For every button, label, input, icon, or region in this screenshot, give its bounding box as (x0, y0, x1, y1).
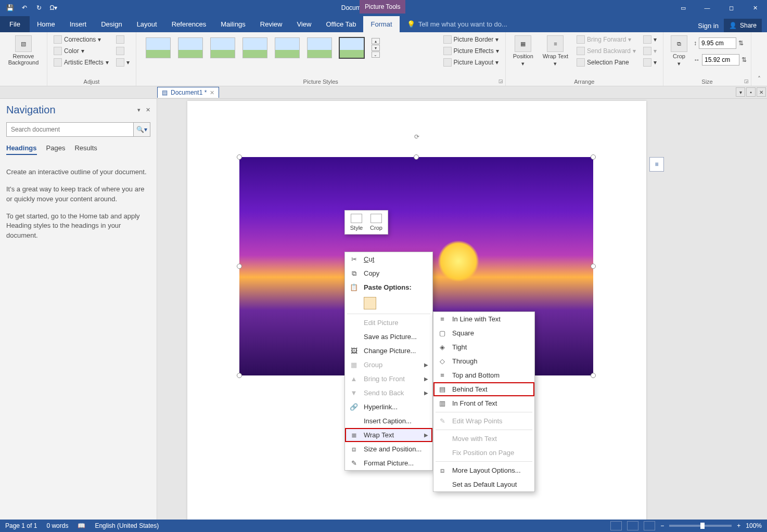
nav-dropdown-icon[interactable]: ▾ (137, 107, 140, 113)
search-button[interactable]: 🔍 ▾ (134, 122, 150, 137)
gallery-scroll-up-icon[interactable]: ▴ (372, 38, 380, 44)
redo-icon[interactable]: ↻ (33, 2, 45, 14)
style-thumb-1[interactable] (146, 37, 171, 58)
close-icon[interactable]: ✕ (743, 0, 767, 16)
subtab-headings[interactable]: Headings (6, 144, 37, 155)
spinner-icon[interactable]: ⇅ (742, 56, 747, 63)
word-count[interactable]: 0 words (46, 522, 68, 529)
tab-references[interactable]: References (164, 16, 213, 32)
tab-office-tab[interactable]: Office Tab (318, 16, 363, 32)
width-field[interactable] (702, 54, 739, 66)
width-input[interactable]: ↔⇅ (694, 54, 747, 66)
save-icon[interactable]: 💾 (4, 2, 16, 14)
tab-close-icon[interactable]: ✕ (757, 87, 766, 97)
zoom-level[interactable]: 100% (746, 522, 762, 529)
tab-options-icon[interactable]: ▪ (746, 87, 756, 97)
bring-forward-button[interactable]: Bring Forward ▾ (574, 34, 638, 45)
tab-design[interactable]: Design (94, 16, 129, 32)
align-button[interactable]: ▾ (641, 34, 659, 45)
customize-icon[interactable]: Ω▾ (48, 2, 59, 14)
close-tab-icon[interactable]: ✕ (210, 89, 214, 96)
style-thumb-2[interactable] (178, 37, 203, 58)
ctx-copy[interactable]: ⧉Copy (345, 266, 432, 280)
resize-handle-se[interactable] (591, 373, 596, 378)
tab-home[interactable]: Home (30, 16, 62, 32)
sign-in-link[interactable]: Sign in (698, 22, 719, 30)
group-objects-button[interactable]: ▾ (641, 46, 659, 56)
tab-view[interactable]: View (289, 16, 318, 32)
style-thumb-7[interactable] (339, 37, 364, 58)
print-layout-icon[interactable] (627, 521, 638, 530)
picture-style-gallery[interactable]: ▴ ▾ ⌄ (140, 34, 385, 61)
spinner-icon[interactable]: ⇅ (738, 40, 744, 47)
size-dialog-launcher-icon[interactable]: ◲ (744, 79, 749, 84)
resize-handle-w[interactable] (237, 264, 242, 269)
floatie-style[interactable]: Style (348, 214, 365, 231)
collapse-ribbon-icon[interactable]: ˄ (758, 75, 761, 83)
style-thumb-3[interactable] (210, 37, 235, 58)
wrap-text-button[interactable]: ≡Wrap Text▾ (540, 34, 571, 68)
tab-layout[interactable]: Layout (130, 16, 164, 32)
picture-border-button[interactable]: Picture Border ▾ (441, 34, 501, 45)
page[interactable]: ⟳ ≡ Style Crop ✂Cut ⧉Copy 📋Paste Options… (187, 101, 646, 520)
color-button[interactable]: Color ▾ (52, 46, 111, 56)
wrap-more-options[interactable]: ⧈More Layout Options... (433, 463, 534, 477)
subtab-pages[interactable]: Pages (46, 144, 66, 155)
tell-me-search[interactable]: 💡Tell me what you want to do... (400, 16, 698, 32)
artistic-effects-button[interactable]: Artistic Effects ▾ (52, 57, 111, 68)
ctx-format-picture[interactable]: ✎Format Picture... (345, 456, 432, 470)
read-mode-icon[interactable] (610, 521, 622, 530)
zoom-in-icon[interactable]: + (737, 522, 740, 529)
zoom-slider[interactable] (669, 525, 732, 527)
style-thumb-5[interactable] (275, 37, 300, 58)
styles-dialog-launcher-icon[interactable]: ◲ (498, 79, 503, 84)
document-tab[interactable]: ▤ Document1 * ✕ (157, 87, 219, 98)
wrap-square[interactable]: ▢Square (433, 326, 534, 340)
remove-background-button[interactable]: ▧ Remove Background (4, 34, 43, 67)
resize-handle-sw[interactable] (237, 373, 242, 378)
resize-handle-nw[interactable] (237, 154, 242, 160)
page-count[interactable]: Page 1 of 1 (5, 522, 37, 529)
resize-handle-e[interactable] (591, 264, 596, 269)
gallery-more-icon[interactable]: ⌄ (372, 51, 380, 58)
height-field[interactable] (699, 37, 736, 49)
ctx-change-picture[interactable]: 🖼Change Picture... (345, 344, 432, 358)
tab-format[interactable]: Format (363, 16, 399, 32)
nav-close-icon[interactable]: ✕ (146, 107, 150, 113)
ctx-cut[interactable]: ✂Cut (345, 252, 432, 266)
resize-handle-ne[interactable] (591, 154, 596, 160)
tab-file[interactable]: File (0, 16, 30, 32)
tab-mailings[interactable]: Mailings (213, 16, 253, 32)
position-button[interactable]: ▦Position▾ (510, 34, 536, 68)
send-backward-button[interactable]: Send Backward ▾ (574, 46, 638, 56)
wrap-behind-text[interactable]: ▤Behind Text (433, 382, 534, 396)
search-input[interactable] (6, 122, 134, 137)
zoom-out-icon[interactable]: − (660, 522, 664, 529)
picture-layout-button[interactable]: Picture Layout ▾ (441, 57, 501, 68)
style-thumb-4[interactable] (242, 37, 267, 58)
undo-icon[interactable]: ↶ (19, 2, 30, 14)
height-input[interactable]: ↕⇅ (694, 37, 747, 49)
compress-pictures-button[interactable] (114, 34, 132, 45)
wrap-set-default[interactable]: Set as Default Layout (433, 477, 534, 491)
change-picture-button[interactable] (114, 46, 132, 56)
minimize-icon[interactable]: — (695, 0, 719, 16)
picture-effects-button[interactable]: Picture Effects ▾ (441, 46, 501, 56)
rotate-button[interactable]: ▾ (641, 57, 659, 68)
tab-review[interactable]: Review (253, 16, 290, 32)
document-area[interactable]: ⟳ ≡ Style Crop ✂Cut ⧉Copy 📋Paste Options… (157, 99, 767, 520)
resize-handle-n[interactable] (414, 154, 419, 160)
floatie-crop[interactable]: Crop (368, 214, 385, 231)
wrap-tight[interactable]: ◈Tight (433, 340, 534, 354)
wrap-in-front[interactable]: ▥In Front of Text (433, 396, 534, 410)
spellcheck-icon[interactable]: 📖 (78, 522, 85, 529)
ctx-insert-caption[interactable]: Insert Caption... (345, 414, 432, 428)
selection-pane-button[interactable]: Selection Pane (574, 57, 638, 68)
ctx-save-as-picture[interactable]: Save as Picture... (345, 330, 432, 344)
ctx-hyperlink[interactable]: 🔗Hyperlink... (345, 400, 432, 414)
tab-list-icon[interactable]: ▾ (736, 87, 745, 97)
gallery-scroll-down-icon[interactable]: ▾ (372, 45, 380, 51)
style-thumb-6[interactable] (307, 37, 332, 58)
ctx-wrap-text[interactable]: ≣Wrap Text▶ (345, 428, 432, 442)
subtab-results[interactable]: Results (74, 144, 97, 155)
